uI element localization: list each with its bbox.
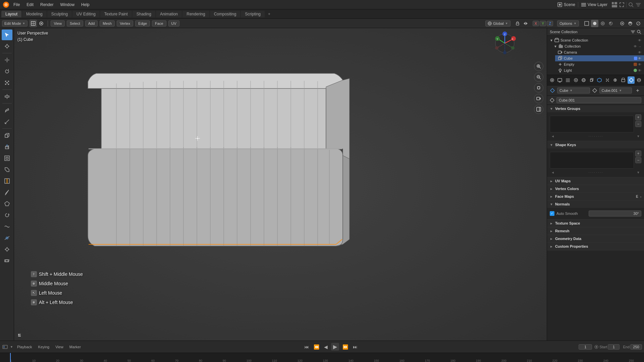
tab-compositing[interactable]: Compositing: [210, 11, 240, 17]
header-view[interactable]: View: [51, 20, 65, 26]
view-layer-name[interactable]: View Layer: [588, 2, 607, 7]
header-uv[interactable]: UV: [168, 20, 179, 26]
filter-icon[interactable]: [635, 2, 641, 8]
z-axis-btn[interactable]: Z: [547, 21, 553, 26]
timeline-type-chevron[interactable]: ▼: [10, 345, 13, 349]
viewport-settings-btn[interactable]: [619, 20, 626, 27]
mesh-name-dropdown[interactable]: Cube.001 ▼: [599, 87, 632, 94]
start-frame-input[interactable]: 1: [608, 344, 620, 350]
header-mesh[interactable]: Mesh: [100, 20, 115, 26]
header-face[interactable]: Face: [152, 20, 166, 26]
modifiers-props-tab[interactable]: [596, 76, 603, 84]
scene-props-tab[interactable]: [572, 76, 580, 84]
shape-keys-header[interactable]: ▼ Shape Keys: [547, 141, 644, 148]
shear-tool[interactable]: [2, 255, 12, 266]
bevel-tool[interactable]: [2, 164, 12, 175]
keying-menu[interactable]: Keying: [36, 344, 52, 350]
poly-build-tool[interactable]: [2, 198, 12, 209]
menu-render[interactable]: Render: [38, 2, 56, 8]
texture-space-header[interactable]: ► Texture Space: [547, 220, 644, 227]
custom-properties-header[interactable]: ► Custom Properties: [547, 243, 644, 250]
move-tool[interactable]: [2, 55, 12, 65]
tab-uv-editing[interactable]: UV Editing: [72, 11, 100, 17]
normals-header[interactable]: ▼ Normals: [547, 200, 644, 208]
end-frame-input[interactable]: 250: [630, 344, 642, 350]
current-frame-input[interactable]: 1: [579, 344, 592, 350]
annotate-tool[interactable]: [2, 105, 12, 116]
geometry-data-header[interactable]: ► Geometry Data: [547, 235, 644, 242]
mirror-icon[interactable]: [522, 20, 529, 27]
output-props-tab[interactable]: [556, 76, 564, 84]
face-maps-header[interactable]: ► Face Maps E -: [547, 193, 644, 200]
tab-layout[interactable]: Layout: [1, 11, 21, 17]
outliner-item-scene-collection[interactable]: ▼ Scene Collection 👁: [547, 37, 644, 43]
wireframe-toggle[interactable]: [30, 20, 37, 27]
scene-name[interactable]: Scene: [564, 2, 575, 7]
outliner-item-collection[interactable]: ▼ Collection 👁 →: [551, 43, 644, 49]
outliner-item-light[interactable]: Light 👁: [555, 67, 644, 73]
select-tool[interactable]: [2, 29, 12, 40]
menu-window[interactable]: Window: [57, 2, 77, 8]
prev-keyframe-btn[interactable]: ⏪: [312, 344, 321, 350]
shrink-fatten-tool[interactable]: [2, 244, 12, 255]
object-data-props-tab[interactable]: [628, 76, 635, 84]
add-cube-tool[interactable]: [2, 130, 12, 141]
zoom-to-selection-btn[interactable]: [534, 83, 543, 93]
sidebar-toggle-btn[interactable]: [534, 105, 543, 114]
zoom-in-btn[interactable]: [534, 62, 543, 71]
play-back-btn[interactable]: ◀: [323, 344, 329, 350]
editor-type-icon[interactable]: [611, 2, 618, 8]
mode-dropdown[interactable]: Edit Mode ▼: [2, 20, 28, 26]
header-add[interactable]: Add: [85, 20, 98, 26]
add-shape-key-btn[interactable]: +: [635, 150, 641, 157]
outliner-filter-icon[interactable]: [631, 29, 635, 34]
render-props-tab[interactable]: [548, 76, 556, 84]
x-axis-btn[interactable]: X: [533, 21, 539, 26]
viewport-3d[interactable]: User Perspective (1) Cube ⇧ Shift + Midd…: [14, 28, 547, 341]
object-props-tab[interactable]: [588, 76, 595, 84]
remove-shape-key-btn[interactable]: −: [635, 157, 641, 163]
inset-tool[interactable]: [2, 153, 12, 164]
rotate-tool[interactable]: [2, 66, 12, 77]
remove-vertex-group-btn[interactable]: −: [635, 121, 641, 127]
knife-tool[interactable]: [2, 187, 12, 198]
edge-slide-tool[interactable]: [2, 233, 12, 243]
y-axis-btn[interactable]: Y: [540, 21, 546, 26]
tab-modeling[interactable]: Modeling: [22, 11, 47, 17]
scale-tool[interactable]: [2, 77, 12, 88]
zoom-out-btn[interactable]: [534, 72, 543, 82]
xray-btn[interactable]: [635, 20, 642, 27]
new-mesh-btn[interactable]: [634, 87, 641, 94]
world-props-tab[interactable]: [580, 76, 587, 84]
material-shading-btn[interactable]: [599, 20, 606, 27]
view-menu[interactable]: View: [53, 344, 65, 350]
next-keyframe-btn[interactable]: ⏩: [341, 344, 350, 350]
marker-menu[interactable]: Marker: [67, 344, 83, 350]
global-dropdown[interactable]: Global ▼: [485, 20, 511, 26]
menu-file[interactable]: File: [11, 2, 22, 8]
camera-view-btn[interactable]: [534, 94, 543, 103]
timeline-ruler[interactable]: 1 10 20 30 40 50 60 70 80 90 100 110 120…: [0, 353, 644, 362]
solid-shading-btn[interactable]: [591, 20, 598, 27]
cursor-tool[interactable]: [2, 41, 12, 52]
playback-menu[interactable]: Playback: [15, 344, 34, 350]
overlay-settings-btn[interactable]: [627, 20, 634, 27]
remesh-header[interactable]: ► Remesh: [547, 227, 644, 235]
header-vertex[interactable]: Vertex: [117, 20, 133, 26]
outliner-search-icon[interactable]: [637, 29, 641, 34]
jump-to-start-btn[interactable]: ⏮: [303, 344, 310, 350]
outliner-item-cube[interactable]: Cube 👁: [555, 55, 644, 61]
rendered-shading-btn[interactable]: [607, 20, 614, 27]
auto-smooth-angle[interactable]: 30°: [589, 210, 641, 217]
tab-animation[interactable]: Animation: [156, 11, 182, 17]
header-select[interactable]: Select: [67, 20, 83, 26]
transform-tool[interactable]: [2, 91, 12, 102]
play-btn[interactable]: ▶: [331, 343, 339, 351]
tab-scripting[interactable]: Scripting: [241, 11, 265, 17]
tab-texture-paint[interactable]: Texture Paint: [100, 11, 132, 17]
smooth-tool[interactable]: [2, 221, 12, 232]
search-icon[interactable]: [628, 2, 634, 8]
vertex-groups-specials-btn[interactable]: ▼: [637, 134, 640, 138]
particles-props-tab[interactable]: [604, 76, 611, 84]
lock-icon[interactable]: [514, 20, 521, 27]
